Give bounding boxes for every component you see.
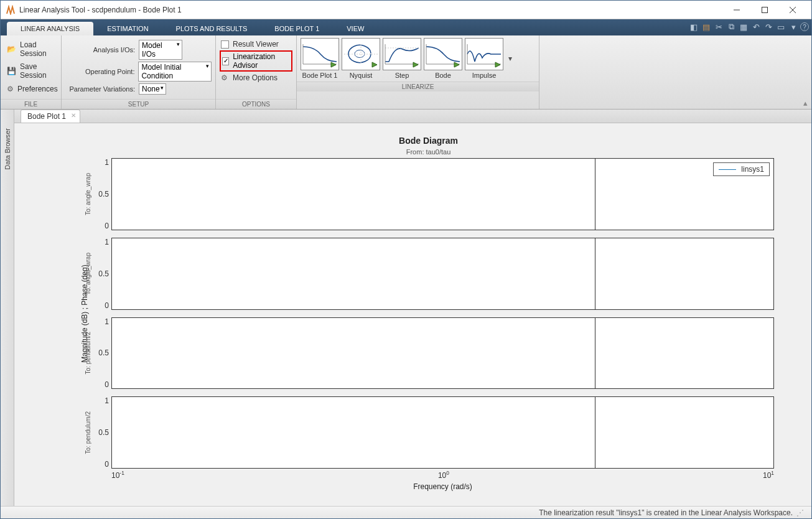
xtick: 10-1	[111, 470, 124, 480]
load-session-label: Load Session	[20, 40, 55, 58]
tab-linear-analysis[interactable]: LINEAR ANALYSIS	[7, 22, 93, 35]
subplot-2-axes[interactable]	[111, 238, 774, 310]
subplot-2-ylabel: To: angle_wrap	[85, 253, 91, 295]
linearization-advisor-checkbox[interactable]	[222, 57, 229, 65]
bode-thumb[interactable]	[424, 38, 462, 70]
xtick: 100	[438, 470, 449, 480]
svg-marker-19	[495, 62, 500, 67]
more-options-button[interactable]: ⚙ More Options	[220, 73, 292, 82]
play-icon	[371, 61, 378, 68]
analysis-ios-label: Analysis I/Os:	[65, 46, 135, 54]
doc-tab-bode-plot-1[interactable]: Bode Plot 1 ✕	[21, 110, 80, 123]
step-thumb[interactable]	[383, 38, 421, 70]
gear-icon: ⚙	[7, 84, 14, 94]
result-viewer-option[interactable]: Result Viewer	[220, 40, 292, 49]
analysis-ios-select[interactable]: Model I/Os	[139, 40, 182, 60]
svg-marker-13	[413, 62, 418, 67]
subplot-3-axes[interactable]	[111, 317, 774, 390]
plot-subtitle: From: tau0/tau	[83, 148, 774, 156]
ytick: 0	[105, 222, 109, 230]
nyquist-thumb-label: Nyquist	[350, 72, 373, 79]
qat-paste-icon[interactable]: ▦	[738, 21, 749, 32]
operating-point-select[interactable]: Model Initial Condition	[138, 62, 212, 82]
tab-view[interactable]: VIEW	[333, 22, 378, 35]
result-viewer-checkbox[interactable]	[221, 40, 229, 49]
more-options-label: More Options	[233, 73, 278, 82]
bode-plot-1-thumb[interactable]	[301, 38, 339, 70]
status-message: The linearization result "linsys1" is cr…	[539, 508, 793, 517]
subplot-divider	[595, 397, 595, 468]
qat-save-icon[interactable]: ▤	[701, 21, 712, 32]
impulse-thumb-label: Impulse	[472, 72, 497, 79]
linearization-advisor-highlight: Linearization Advisor	[220, 50, 292, 72]
tab-bode-plot-1[interactable]: BODE PLOT 1	[261, 22, 333, 35]
subplot-1-ylabel: To: angle_wrap	[85, 173, 91, 215]
ytick: 0	[105, 301, 109, 310]
save-session-button[interactable]: 💾 Save Session	[4, 60, 57, 82]
qat-copy-icon[interactable]: ⧉	[726, 21, 737, 32]
plot-xlabel: Frequency (rad/s)	[83, 482, 774, 491]
subplot-1-axes[interactable]: linsys1	[111, 158, 774, 230]
result-viewer-label: Result Viewer	[233, 40, 279, 49]
statusbar: The linearization result "linsys1" is cr…	[1, 506, 811, 518]
document-tabs: Bode Plot 1 ✕	[14, 110, 811, 123]
ytick: 0.5	[98, 348, 109, 357]
ribbon-group-file-label: FILE	[1, 99, 61, 109]
tab-plots-results[interactable]: PLOTS AND RESULTS	[162, 22, 261, 35]
ribbon-group-setup-label: SETUP	[62, 99, 215, 109]
svg-marker-6	[331, 62, 336, 67]
ribbon-collapse-icon[interactable]: ▴	[803, 98, 808, 108]
ribbon-group-linearize-label: LINEARIZE	[297, 82, 539, 91]
plot-canvas: Bode Diagram From: tau0/tau Magnitude (d…	[14, 123, 811, 506]
nyquist-thumb[interactable]	[342, 38, 380, 70]
subplot-4-ylabel: To: pendulum/2	[85, 411, 91, 454]
maximize-button[interactable]	[750, 1, 778, 19]
ribbon: 📂 Load Session 💾 Save Session ⚙ Preferen…	[1, 35, 811, 110]
legend-color-swatch	[719, 169, 736, 170]
ytick: 0	[105, 380, 109, 389]
preferences-button[interactable]: ⚙ Preferences	[4, 82, 57, 96]
ytick: 1	[105, 158, 109, 167]
play-icon	[494, 61, 502, 68]
close-button[interactable]	[778, 1, 806, 19]
bode-thumb-label: Bode	[435, 72, 451, 79]
data-browser-label: Data Browser	[4, 128, 11, 170]
parameter-variations-select[interactable]: None	[139, 83, 166, 95]
ytick: 1	[105, 238, 109, 246]
play-icon	[412, 61, 419, 68]
bode-plot-1-thumb-label: Bode Plot 1	[302, 72, 338, 79]
ytick: 1	[105, 396, 109, 405]
titlebar: Linear Analysis Tool - scdpendulum - Bod…	[1, 1, 811, 19]
subplot-divider	[595, 318, 595, 389]
xtick: 101	[763, 470, 774, 480]
data-browser-sidebar[interactable]: Data Browser	[1, 110, 14, 506]
load-session-button[interactable]: 📂 Load Session	[4, 39, 57, 60]
operating-point-label: Operating Point:	[65, 68, 134, 75]
window-title: Linear Analysis Tool - scdpendulum - Bod…	[19, 6, 722, 14]
tab-estimation[interactable]: ESTIMATION	[93, 22, 162, 35]
linearize-gallery-dropdown[interactable]: ▾	[506, 54, 515, 63]
resize-grip-icon[interactable]: ⋰	[796, 508, 803, 517]
qat-undo-icon[interactable]: ↶	[750, 21, 762, 32]
subplot-divider	[595, 238, 595, 309]
quick-access-toolbar: ◧ ▤ ✂ ⧉ ▦ ↶ ↷ ▭ ▾ ?	[688, 21, 809, 32]
folder-open-icon: 📂	[7, 44, 16, 54]
doc-tab-close-icon[interactable]: ✕	[71, 112, 76, 119]
qat-cut-icon[interactable]: ✂	[713, 21, 724, 32]
svg-marker-9	[372, 62, 377, 67]
subplot-divider	[595, 159, 595, 230]
legend[interactable]: linsys1	[713, 162, 770, 176]
minimize-button[interactable]	[722, 1, 750, 19]
subplot-4-axes[interactable]	[111, 396, 774, 469]
qat-help-icon[interactable]: ?	[800, 22, 809, 31]
qat-redo-icon[interactable]: ↷	[763, 21, 774, 32]
subplot-3-ylabel: To: pendulum/2	[85, 332, 91, 374]
linearization-advisor-label: Linearization Advisor	[233, 52, 290, 70]
step-thumb-label: Step	[395, 72, 409, 79]
qat-layout-icon[interactable]: ▭	[775, 21, 786, 32]
app-icon	[6, 5, 16, 15]
impulse-thumb[interactable]	[465, 38, 503, 70]
qat-icon-1[interactable]: ◧	[688, 21, 699, 32]
play-icon	[453, 61, 460, 68]
qat-dropdown-icon[interactable]: ▾	[788, 21, 799, 32]
